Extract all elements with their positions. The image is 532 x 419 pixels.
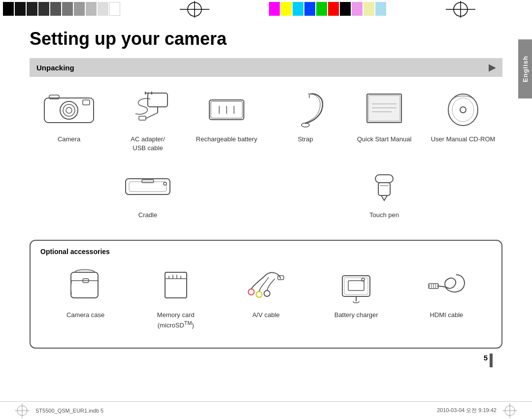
hdmi-cable-image <box>414 262 478 307</box>
svg-point-48 <box>248 289 254 295</box>
strap-icon <box>276 89 335 129</box>
item-camera-case: Camera case <box>46 262 125 330</box>
svg-point-32 <box>452 98 474 122</box>
camera-image <box>37 87 101 131</box>
item-touch-pen: Touch pen <box>345 162 424 220</box>
unpacking-section-header: Unpacking ▶ <box>30 58 502 77</box>
optional-header: Optional accessories <box>40 248 492 256</box>
battery-charger-icon <box>332 265 381 304</box>
memory-card-label: Memory card(microSDTM) <box>157 311 195 330</box>
svg-rect-15 <box>139 116 146 120</box>
unpacking-items-grid: Camera AC adapter/USB cab <box>30 87 502 230</box>
footer-crosshair-left-icon <box>15 403 30 418</box>
footer-left-text: ST5500_QSM_EUR1.indb 5 <box>35 408 103 414</box>
rechargeable-battery-icon <box>197 89 256 129</box>
svg-point-37 <box>164 182 166 185</box>
item-cradle: Cradle <box>108 162 187 220</box>
svg-rect-11 <box>83 100 90 105</box>
cd-rom-icon <box>433 89 493 129</box>
camera-label: Camera <box>58 135 80 144</box>
av-cable-icon <box>241 265 291 304</box>
svg-rect-52 <box>342 276 370 296</box>
item-memory-card: Memory card(microSDTM) <box>136 262 215 330</box>
strap-label: Strap <box>298 135 313 144</box>
battery-charger-image <box>324 262 388 307</box>
top-color-bar <box>0 0 532 19</box>
page-title: Setting up your camera <box>30 29 502 49</box>
ac-adapter-icon <box>118 89 177 129</box>
svg-rect-38 <box>375 175 393 183</box>
svg-line-14 <box>145 113 158 119</box>
ac-adapter-image <box>116 87 180 131</box>
right-crosshair-area <box>389 0 532 19</box>
av-cable-label: A/V cable <box>252 311 280 320</box>
svg-point-24 <box>301 123 309 127</box>
item-quick-start: Quick Start Manual <box>345 87 424 153</box>
footer-right-text: 2010-03-04 오전 9:19:42 <box>437 407 497 414</box>
svg-rect-41 <box>71 272 98 298</box>
unpacking-label: Unpacking <box>36 64 74 72</box>
svg-rect-43 <box>165 272 187 298</box>
cd-rom-label: User Manual CD-ROM <box>431 135 496 144</box>
quick-start-image <box>352 87 416 131</box>
touch-pen-icon <box>355 165 414 204</box>
cradle-icon <box>118 165 177 204</box>
svg-point-50 <box>264 290 270 296</box>
footer-left: ST5500_QSM_EUR1.indb 5 <box>15 403 103 418</box>
svg-point-9 <box>66 107 72 113</box>
crosshair-right-icon <box>446 1 475 18</box>
optional-accessories-box: Optional accessories Camera case <box>30 240 502 349</box>
item-camera: Camera <box>30 87 108 153</box>
left-crosshair-area <box>123 0 266 19</box>
arrow-icon: ▶ <box>489 62 496 73</box>
page-accent-bar <box>490 354 493 367</box>
svg-rect-26 <box>367 94 401 123</box>
crosshair-left-icon <box>180 1 209 18</box>
item-strap: Strap <box>266 87 345 153</box>
touch-pen-image <box>352 162 416 207</box>
svg-point-33 <box>460 107 466 113</box>
item-ac-adapter: AC adapter/USB cable <box>108 87 187 153</box>
touch-pen-label: Touch pen <box>369 211 399 220</box>
footer-bar: ST5500_QSM_EUR1.indb 5 2010-03-04 오전 9:1… <box>0 401 532 419</box>
footer-crosshair-right-icon <box>502 403 517 418</box>
page-number: 5 <box>484 354 488 362</box>
main-content: Setting up your camera Unpacking ▶ Camer… <box>0 19 532 367</box>
svg-rect-54 <box>348 281 364 290</box>
item-cd-rom: User Manual CD-ROM <box>424 87 502 153</box>
quick-start-label: Quick Start Manual <box>357 135 412 144</box>
item-battery-charger: Battery charger <box>317 262 396 330</box>
item-hdmi-cable: HDMI cable <box>407 262 486 330</box>
item-av-cable: A/V cable <box>227 262 305 330</box>
color-swatches <box>266 0 389 19</box>
rechargeable-battery-label: Rechargeable battery <box>196 135 257 144</box>
svg-rect-36 <box>142 180 154 183</box>
memory-card-image <box>144 262 208 307</box>
item-rechargeable-battery: Rechargeable battery <box>187 87 266 153</box>
svg-point-8 <box>63 104 75 116</box>
camera-icon <box>39 89 99 129</box>
svg-rect-35 <box>129 182 166 192</box>
strap-image <box>273 87 337 131</box>
memory-card-icon <box>151 265 200 304</box>
svg-point-31 <box>448 94 478 126</box>
page-number-area: 5 <box>30 354 502 362</box>
cd-rom-image <box>431 87 495 131</box>
svg-point-49 <box>256 291 262 297</box>
av-cable-image <box>234 262 298 307</box>
hdmi-cable-icon <box>422 265 471 304</box>
quick-start-icon <box>355 89 414 129</box>
battery-charger-label: Battery charger <box>334 311 378 320</box>
optional-items-grid: Camera case Memory card(microSDTM) <box>40 262 492 340</box>
ac-adapter-label: AC adapter/USB cable <box>131 135 165 153</box>
svg-rect-12 <box>148 93 167 107</box>
camera-case-image <box>54 262 118 307</box>
camera-case-label: Camera case <box>66 311 104 320</box>
hdmi-cable-label: HDMI cable <box>430 311 463 320</box>
cradle-label: Cradle <box>138 211 157 220</box>
camera-case-icon <box>61 265 110 304</box>
grayscale-swatches <box>0 0 123 19</box>
cradle-image <box>116 162 180 207</box>
footer-right: 2010-03-04 오전 9:19:42 <box>437 403 517 418</box>
svg-rect-34 <box>126 179 170 194</box>
